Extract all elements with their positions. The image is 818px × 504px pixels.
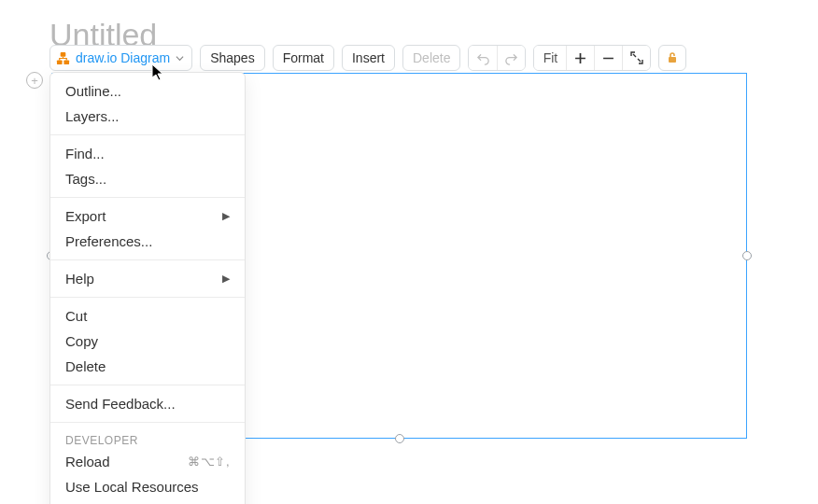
menu-export[interactable]: Export ▶	[50, 203, 245, 229]
svg-rect-1	[57, 60, 63, 64]
chevron-down-icon	[176, 54, 184, 63]
undo-button[interactable]	[469, 46, 497, 70]
fit-button[interactable]: Fit	[534, 46, 566, 70]
menu-separator	[50, 259, 245, 260]
delete-button[interactable]: Delete	[402, 45, 460, 71]
menu-find[interactable]: Find...	[50, 141, 245, 166]
menu-separator	[50, 134, 245, 135]
lock-button[interactable]	[658, 45, 686, 71]
menu-separator	[50, 197, 245, 198]
submenu-arrow-icon: ▶	[222, 273, 230, 285]
diagram-menu: Outline... Layers... Find... Tags... Exp…	[49, 72, 246, 504]
menu-reload[interactable]: Reload ⌘⌥⇧,	[50, 449, 245, 474]
view-group: Fit	[533, 45, 651, 71]
fullscreen-button[interactable]	[622, 46, 650, 70]
resize-handle-bottom[interactable]	[395, 434, 404, 443]
plus-icon: +	[31, 75, 38, 87]
menu-copy[interactable]: Copy	[50, 329, 245, 354]
menu-tags[interactable]: Tags...	[50, 166, 245, 191]
menu-separator	[50, 422, 245, 423]
format-button[interactable]: Format	[273, 45, 334, 71]
insert-button[interactable]: Insert	[342, 45, 395, 71]
svg-rect-2	[63, 60, 69, 64]
svg-rect-3	[669, 57, 676, 63]
menu-separator	[50, 297, 245, 298]
menu-outline[interactable]: Outline...	[50, 78, 245, 104]
menu-help[interactable]: Help ▶	[50, 266, 245, 291]
menu-delete[interactable]: Delete	[50, 354, 245, 379]
submenu-arrow-icon: ▶	[222, 210, 230, 222]
shapes-button[interactable]: Shapes	[200, 45, 264, 71]
resize-handle-right[interactable]	[742, 251, 752, 260]
svg-rect-0	[61, 51, 66, 56]
menu-preferences[interactable]: Preferences...	[50, 229, 245, 254]
redo-button[interactable]	[497, 46, 525, 70]
drawio-icon	[56, 51, 70, 65]
menu-section-developer: DEVELOPER	[50, 428, 245, 449]
menu-separator	[50, 385, 245, 385]
menu-cut[interactable]: Cut	[50, 303, 245, 329]
zoom-in-button[interactable]	[566, 46, 594, 70]
menu-use-local-resources[interactable]: Use Local Resources	[50, 474, 245, 499]
toolbar: draw.io Diagram Shapes Format Insert Del…	[49, 45, 686, 71]
add-page-button[interactable]: +	[26, 72, 43, 89]
zoom-out-button[interactable]	[594, 46, 622, 70]
drawio-diagram-label: draw.io Diagram	[76, 50, 170, 65]
menu-layers[interactable]: Layers...	[50, 104, 245, 129]
menu-reload-shortcut: ⌘⌥⇧,	[188, 455, 230, 469]
menu-clear-user-preferences[interactable]: Clear User Preferences	[50, 499, 245, 504]
drawio-diagram-button[interactable]: draw.io Diagram	[49, 45, 192, 71]
menu-send-feedback[interactable]: Send Feedback...	[50, 391, 245, 416]
undo-redo-group	[468, 45, 526, 71]
